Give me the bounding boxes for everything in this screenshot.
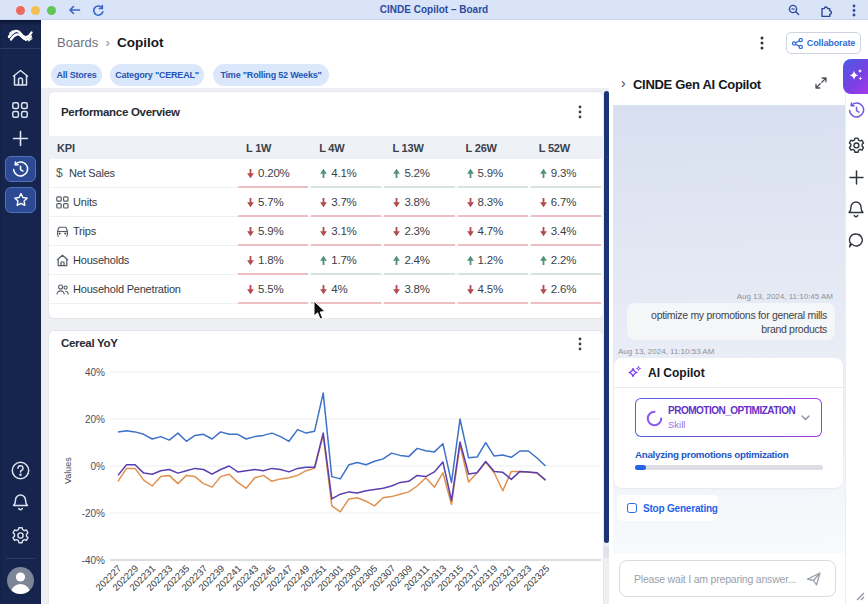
- svg-text:Values: Values: [63, 457, 73, 484]
- svg-text:0%: 0%: [91, 461, 106, 472]
- svg-text:20%: 20%: [85, 414, 105, 425]
- svg-text:-40%: -40%: [82, 555, 105, 566]
- svg-text:40%: 40%: [85, 367, 105, 378]
- svg-text:-20%: -20%: [82, 508, 105, 519]
